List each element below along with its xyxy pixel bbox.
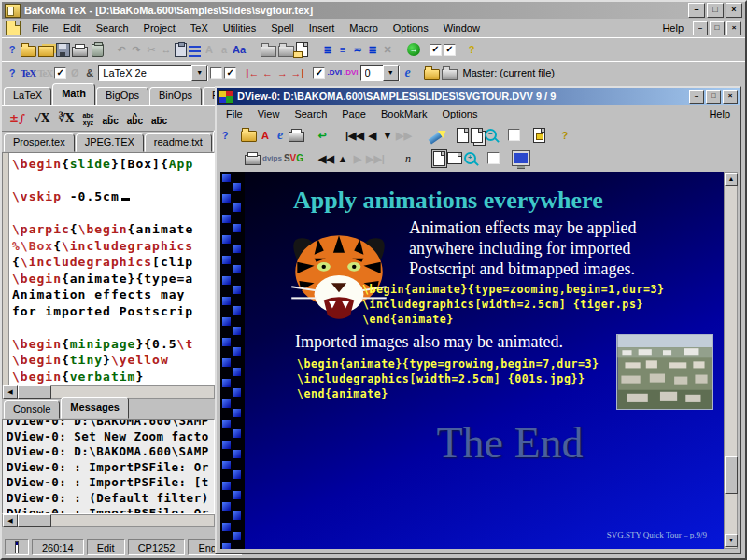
syntax-checkbox[interactable]: ✓ (444, 44, 456, 56)
menu-item-insert[interactable]: Insert (302, 21, 343, 35)
justify-block-icon[interactable]: ≣ (321, 41, 334, 58)
opt-b-checkbox[interactable]: ✓ (224, 67, 236, 79)
display-setup-icon[interactable] (513, 151, 529, 165)
tab-messages[interactable]: Messages (61, 397, 129, 419)
stop-tex-icon[interactable]: TeX (37, 64, 52, 81)
app-icon[interactable] (5, 4, 21, 18)
tilde-accent-icon[interactable]: ~abc (102, 114, 118, 124)
status-window-cell[interactable] (5, 539, 29, 555)
scroll-up-icon[interactable]: ▲ (725, 173, 738, 186)
print-icon[interactable] (245, 155, 261, 165)
menu-item-search[interactable]: Search (89, 21, 136, 35)
next-page-icon[interactable]: ▶ (351, 150, 364, 167)
code-editor[interactable]: \begin{slide}[Box]{App\vskip -0.5cm\parp… (2, 152, 215, 385)
menu-item-edit[interactable]: Edit (56, 21, 89, 35)
open-master-icon[interactable] (424, 69, 440, 80)
scroll-thumb[interactable] (725, 456, 738, 494)
ie-preview-icon[interactable]: e (402, 64, 415, 81)
export-text-icon[interactable] (278, 46, 294, 57)
prev-error-icon[interactable]: ← (261, 64, 274, 81)
pdf-export-icon[interactable]: A (259, 127, 272, 144)
forward-pages-icon[interactable]: ▶▶ (396, 127, 412, 144)
menu-item-project[interactable]: Project (136, 21, 183, 35)
join-lines-icon[interactable]: ↔ (160, 41, 173, 58)
page-frame-icon[interactable] (433, 151, 445, 166)
amp-icon[interactable]: & (83, 64, 96, 81)
uppercase-icon[interactable]: A (203, 41, 216, 58)
chevron-down-icon[interactable]: ▼ (191, 65, 207, 81)
menu-item-file[interactable]: File (218, 106, 250, 121)
menu-item-options[interactable]: Options (434, 106, 485, 121)
first-page-icon[interactable]: |◀◀ (345, 127, 364, 144)
opt1-checkbox[interactable] (508, 129, 520, 141)
last-page-icon[interactable]: ▶▶| (366, 150, 385, 167)
child-close-button[interactable]: × (726, 21, 741, 35)
tab-binops[interactable]: BinOps (149, 87, 202, 105)
menu-item-utilities[interactable]: Utilities (216, 21, 263, 35)
messages-panel[interactable]: DView-0: D:\BAKOMA.600\SAMPDView-0: Set … (2, 419, 215, 514)
minimize-button[interactable]: – (688, 3, 705, 18)
tab-jpeg-tex[interactable]: JPEG.TEX (76, 133, 144, 152)
dvi-minimize-button[interactable]: – (689, 90, 704, 104)
cancel-icon[interactable]: ✕ (381, 41, 394, 58)
last-error-icon[interactable]: →| (290, 64, 303, 81)
opt-a-checkbox[interactable] (210, 67, 222, 79)
ie-icon[interactable]: e (274, 127, 287, 144)
break-icon[interactable]: Ø (68, 64, 81, 81)
chevron-down-icon[interactable]: ▼ (383, 65, 399, 81)
redo-icon[interactable]: ↷ (130, 41, 143, 58)
help-icon[interactable]: ? (6, 64, 19, 81)
back-pages-icon[interactable]: ◀◀ (318, 150, 334, 167)
menu-item-bookmark[interactable]: BookMark (374, 106, 435, 121)
scroll-left-icon[interactable]: ◀ (3, 514, 18, 527)
menu-item-file[interactable]: File (24, 21, 56, 35)
menu-item-options[interactable]: Options (386, 21, 436, 35)
lowercase-icon[interactable]: a (218, 41, 231, 58)
tab-bigops[interactable]: BigOps (96, 87, 148, 105)
goto-page-icon[interactable]: n (402, 150, 415, 167)
opt2-checkbox[interactable] (487, 152, 500, 164)
tab-readme-txt[interactable]: readme.txt (145, 133, 212, 152)
int-limits-icon[interactable]: ±∫ (9, 112, 25, 125)
counter-combobox[interactable]: 0 ▼ (360, 65, 400, 81)
help-icon[interactable]: ? (218, 127, 232, 144)
dvi-jump-icon[interactable]: .DVI (344, 64, 359, 81)
tab-prosper-tex[interactable]: Prosper.tex (4, 133, 75, 152)
wrap-checkbox[interactable]: ✓ (430, 44, 442, 56)
next-error-icon[interactable]: → (275, 64, 289, 81)
menu-item-page[interactable]: Page (334, 106, 374, 121)
dvips-icon[interactable]: dvips (262, 150, 282, 167)
delete-icon[interactable] (92, 44, 104, 57)
zoom-in-icon[interactable] (464, 152, 476, 164)
cut-icon[interactable]: ✂ (145, 41, 158, 58)
dvi-close-button[interactable]: × (723, 90, 738, 104)
auto-run-checkbox[interactable]: ✓ (54, 67, 66, 79)
paste-icon[interactable] (175, 43, 187, 57)
page-down-icon[interactable]: ▼ (381, 127, 394, 144)
menu-item-spell[interactable]: Spell (263, 21, 301, 35)
menu-item-tex[interactable]: TeX (183, 21, 216, 35)
highlight-icon[interactable] (428, 132, 442, 144)
import-text-icon[interactable] (261, 46, 276, 57)
save-icon[interactable] (56, 43, 70, 57)
print-icon[interactable] (72, 47, 88, 57)
scroll-thumb[interactable] (18, 385, 51, 399)
open-icon[interactable] (241, 131, 257, 142)
first-error-icon[interactable]: |← (246, 64, 259, 81)
master-doc-icon[interactable] (442, 69, 458, 80)
scroll-down-icon[interactable]: ▼ (725, 534, 738, 547)
format-combobox[interactable]: LaTeX 2e ▼ (98, 65, 208, 81)
sqrt-icon[interactable]: √X (34, 112, 49, 125)
console-hscrollbar[interactable]: ◀ (2, 514, 215, 527)
overleftarrow-icon[interactable]: ←abc (151, 114, 167, 124)
dvi-vscrollbar[interactable]: ▲ ▼ (724, 172, 738, 549)
help-icon[interactable]: ? (6, 41, 19, 58)
sort-lines-icon[interactable] (189, 46, 201, 57)
menu-item-help[interactable]: Help (655, 21, 691, 35)
togglecase-icon[interactable]: Aa (233, 41, 246, 58)
menu-item-window[interactable]: Window (436, 21, 487, 35)
justify-center-icon[interactable]: ≂ (351, 41, 364, 58)
hat-accent-icon[interactable]: ^abc (127, 114, 143, 124)
zoom-out-icon[interactable] (485, 129, 497, 141)
facing-pages-icon[interactable] (471, 128, 483, 143)
